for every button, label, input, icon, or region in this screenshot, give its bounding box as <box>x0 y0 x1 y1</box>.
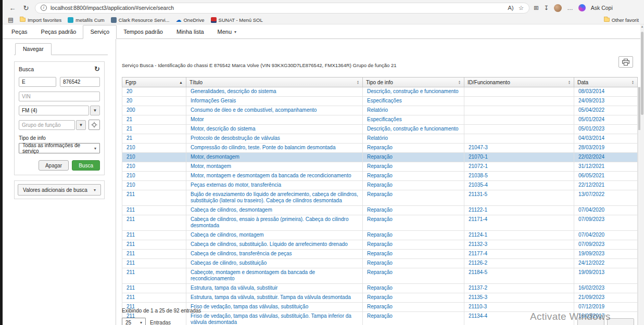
table-row[interactable]: 211Estrutura, tampa da válvula, substitu… <box>122 284 638 293</box>
cell-data[interactable]: 19/09/2013 <box>578 269 604 275</box>
cell-tipo[interactable]: Relatório <box>367 135 388 141</box>
table-row[interactable]: 200Consumo de óleo e de combustível, aco… <box>122 106 638 115</box>
cell-data[interactable]: 04/03/2014 <box>578 135 604 141</box>
cell-data[interactable]: 08/03/2014 <box>578 88 604 94</box>
cell-data[interactable]: 07/12/2019 <box>578 304 604 309</box>
cell-tipo[interactable]: Reparação <box>367 173 393 178</box>
table-row[interactable]: 210Motor, montagem e desmontagem da banc… <box>122 172 638 181</box>
apagar-button[interactable]: Apagar <box>39 160 69 171</box>
cell-fgrp[interactable]: 211 <box>127 232 135 238</box>
cell-fgrp[interactable]: 210 <box>127 154 135 160</box>
downloads-icon[interactable]: ↧ <box>544 4 549 11</box>
cell-data[interactable]: 07/09/2023 <box>578 241 604 247</box>
cell-fgrp[interactable]: 211 <box>127 251 135 256</box>
table-row[interactable]: 211Friso de vedação, tampa das válvulas,… <box>122 312 638 325</box>
column-header-data[interactable]: Data▲▼ <box>574 77 638 87</box>
function-group-picker-button[interactable] <box>89 120 100 130</box>
cell-tipo[interactable]: Reparação <box>367 294 393 300</box>
cell-data[interactable]: 05/01/2024 <box>578 116 604 122</box>
column-header-id-funcionamento[interactable]: ID/Funcionamento▲▼ <box>464 77 574 87</box>
cell-fgrp[interactable]: 211 <box>127 285 135 291</box>
cell-fgrp[interactable]: 211 <box>127 191 135 197</box>
cell-tipo[interactable]: Relatório <box>367 107 388 113</box>
cell-id[interactable]: 21131-5 <box>469 191 487 197</box>
cell-data[interactable]: 22/12/2021 <box>578 182 604 188</box>
cell-id[interactable]: 21110-3 <box>469 304 487 309</box>
cell-id[interactable]: 21124-1 <box>469 232 487 238</box>
cell-data[interactable]: 19/09/2023 <box>578 251 604 256</box>
cell-titulo[interactable]: Informações Gerais <box>191 98 236 103</box>
import-favorites-button[interactable]: Import favorites <box>20 17 61 23</box>
cell-data[interactable]: 06/05/2021 <box>578 173 604 178</box>
cell-id[interactable]: 21184-5 <box>469 269 487 275</box>
cell-id[interactable]: 21122-1 <box>469 207 487 213</box>
table-row[interactable]: 211Cabeça de cilindros, transferência de… <box>122 250 638 259</box>
cell-fgrp[interactable]: 21 <box>127 135 132 141</box>
tab-tempos-padrao[interactable]: Tempos padrão <box>117 25 170 38</box>
cell-fgrp[interactable]: 210 <box>127 173 135 178</box>
window-scrollbar[interactable]: ▲ <box>640 24 644 325</box>
cell-data[interactable]: 28/03/2019 <box>578 145 604 150</box>
cell-titulo[interactable]: Generalidades, descrição do sistema <box>191 88 276 94</box>
cell-tipo[interactable]: Reparação <box>367 191 393 197</box>
cell-tipo[interactable]: Especificações <box>367 116 402 122</box>
model-combobox-input[interactable] <box>19 106 89 115</box>
copilot-icon[interactable] <box>578 4 586 11</box>
cell-titulo[interactable]: Protocolo de desobstrução de válvulas <box>191 135 280 141</box>
cell-tipo[interactable]: Descrição, construção e funcionamento <box>367 126 459 132</box>
cell-fgrp[interactable]: 211 <box>127 269 135 275</box>
table-row[interactable]: 211Estrutura, tampa da válvula, substitu… <box>122 293 638 303</box>
cell-data[interactable]: 13/07/2022 <box>578 191 604 197</box>
back-icon[interactable]: ← <box>8 4 17 12</box>
cell-data[interactable]: 16/02/2023 <box>578 285 604 291</box>
tab-pecas-padrao[interactable]: Peças padrão <box>34 25 83 38</box>
table-row[interactable]: 211Cabeça de cilindros, desmontagemRepar… <box>122 206 638 215</box>
table-row[interactable]: 20Generalidades, descrição do sistemaDes… <box>122 87 638 97</box>
tab-navegar[interactable]: Navegar <box>15 43 52 55</box>
window-scrollbar-thumb[interactable] <box>641 32 643 115</box>
cell-titulo[interactable]: Motor, desmontagem <box>191 154 239 160</box>
cell-fgrp[interactable]: 210 <box>127 163 135 169</box>
cell-tipo[interactable]: Reparação <box>367 207 393 213</box>
tab-menu[interactable]: Menu ▾ <box>211 25 244 38</box>
cell-tipo[interactable]: Reparação <box>367 232 393 238</box>
cell-tipo[interactable]: Reparação <box>367 304 393 309</box>
cell-fgrp[interactable]: 210 <box>127 182 135 188</box>
cell-id[interactable]: 21035-4 <box>469 182 488 188</box>
cell-fgrp[interactable]: 211 <box>127 260 135 266</box>
cell-id[interactable]: 21177-4 <box>469 251 487 256</box>
settings-menu-icon[interactable]: … <box>567 5 573 11</box>
cell-data[interactable]: 05/01/2023 <box>578 126 604 132</box>
cell-id[interactable]: 21047-3 <box>469 145 488 150</box>
cell-fgrp[interactable]: 21 <box>127 116 132 122</box>
column-header-titulo[interactable]: Título▲▼ <box>186 77 363 87</box>
cell-titulo[interactable]: Peças externas do motor, transferência <box>191 182 281 188</box>
profile-avatar[interactable] <box>554 4 562 12</box>
cell-tipo[interactable]: Reparação <box>367 251 393 256</box>
column-header-fgrp[interactable]: Fgrp▲ <box>122 77 186 87</box>
table-row[interactable]: 211Bujão de esvaziamento do líquido de a… <box>122 190 638 206</box>
table-row[interactable]: 211Cabeça de cilindros, ensaio à pressão… <box>122 215 638 231</box>
cell-data[interactable]: 24/12/2022 <box>578 260 604 266</box>
cell-tipo[interactable]: Reparação <box>367 241 393 247</box>
cell-id[interactable]: 21137-2 <box>469 285 487 291</box>
cell-tipo[interactable]: Especificações <box>367 98 402 103</box>
cell-id[interactable]: 21134-4 <box>469 313 487 319</box>
model-dropdown-button[interactable]: ▼ <box>90 106 100 115</box>
cell-titulo[interactable]: Motor, montagem e desmontagem da bancada… <box>191 173 351 178</box>
favorite-star-icon[interactable]: ☆ <box>519 4 524 11</box>
table-row[interactable]: 21Motor, descrição do sistemaDescrição, … <box>122 125 638 134</box>
favorite-onedrive[interactable]: ☁ OneDrive <box>175 17 204 23</box>
tipo-info-select[interactable]: Todas as informações de serviço ▾ <box>19 143 100 153</box>
cell-fgrp[interactable]: 211 <box>127 294 135 300</box>
reset-search-icon[interactable]: ↻ <box>94 66 100 72</box>
valores-adicionais-toggle[interactable]: Valores adicionais de busca ▾ <box>18 184 101 196</box>
cell-fgrp[interactable]: 21 <box>127 126 132 132</box>
cell-tipo[interactable]: Reparação <box>367 163 393 169</box>
busca-button[interactable]: Busca <box>72 160 100 171</box>
cell-fgrp[interactable]: 211 <box>127 207 135 213</box>
cell-id[interactable]: 21038-5 <box>469 173 488 178</box>
cell-id[interactable]: 21132-3 <box>469 241 487 247</box>
table-row[interactable]: 211Cabeça de cilindros, substituição. Lí… <box>122 240 638 250</box>
vin-input[interactable] <box>19 92 100 101</box>
